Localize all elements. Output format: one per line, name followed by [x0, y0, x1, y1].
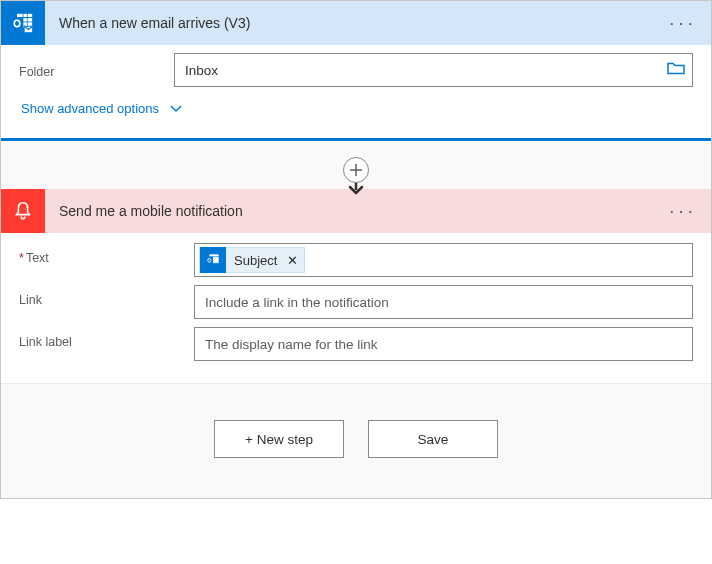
more-icon[interactable]: · · ·: [664, 204, 699, 219]
show-advanced-label: Show advanced options: [21, 101, 159, 116]
folder-input[interactable]: [174, 53, 693, 87]
trigger-card: When a new email arrives (V3) · · · Fold…: [1, 1, 711, 141]
folder-picker-icon[interactable]: [667, 62, 685, 79]
show-advanced-link[interactable]: Show advanced options: [19, 91, 185, 132]
folder-label: Folder: [19, 61, 174, 79]
save-button[interactable]: Save: [368, 420, 498, 458]
trigger-title: When a new email arrives (V3): [45, 15, 664, 31]
action-card: Send me a mobile notification · · · *Tex…: [1, 189, 711, 383]
link-display-input[interactable]: [194, 327, 693, 361]
more-icon[interactable]: · · ·: [664, 16, 699, 31]
new-step-button[interactable]: + New step: [214, 420, 344, 458]
action-title: Send me a mobile notification: [45, 203, 664, 219]
footer: + New step Save: [1, 383, 711, 498]
trigger-header[interactable]: When a new email arrives (V3) · · ·: [1, 1, 711, 45]
svg-rect-5: [11, 18, 23, 30]
link-display-label: Link label: [19, 327, 194, 349]
link-input[interactable]: [194, 285, 693, 319]
remove-token-icon[interactable]: ✕: [287, 253, 298, 268]
bell-icon: [1, 189, 45, 233]
outlook-token-icon: [200, 247, 226, 273]
subject-token[interactable]: Subject ✕: [199, 247, 305, 273]
chevron-down-icon: [169, 102, 183, 116]
outlook-icon: [1, 1, 45, 45]
link-field-label: Link: [19, 285, 194, 307]
text-field-label: *Text: [19, 243, 194, 265]
subject-token-label: Subject: [234, 253, 277, 268]
arrow-down-icon: [347, 181, 365, 198]
text-token-input[interactable]: Subject ✕: [194, 243, 693, 277]
connector: [1, 141, 711, 189]
add-step-button[interactable]: [343, 157, 369, 183]
svg-rect-12: [206, 257, 213, 264]
